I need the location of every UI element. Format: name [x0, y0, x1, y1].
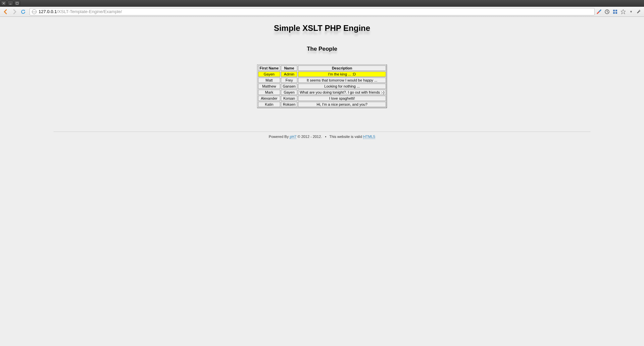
table-row: KatinRoksenHi, I'm a nice person, and yo…	[258, 102, 386, 107]
window-titlebar: Example to XSLT PHP Tem ×	[0, 0, 644, 7]
svg-rect-6	[615, 12, 617, 14]
svg-rect-4	[615, 10, 617, 11]
table-cell: What are you doing tonight?. I go out wi…	[298, 90, 386, 95]
ph7-link[interactable]: pH7	[290, 135, 296, 139]
table-row: AlexanderKorsanI love spaghetti!	[258, 96, 386, 101]
table-cell: Matthew	[258, 84, 281, 89]
table-row: GayenAdminI'm the king ... :D	[258, 71, 386, 77]
table-cell: It seems that tomorrow I would be happy …	[298, 78, 386, 83]
footer: Powered By pH7 © 2012 - 2012. • This web…	[0, 135, 644, 139]
window-maximize-button[interactable]	[14, 1, 20, 6]
address-bar[interactable]: 127.0.0.1/XSLT-Template-Engine/Example/	[30, 8, 595, 15]
table-cell: Gansen	[281, 84, 297, 89]
table-cell: Admin	[281, 71, 297, 77]
window-controls	[1, 1, 21, 6]
window-close-button[interactable]	[1, 1, 7, 6]
table-header-row: First Name Name Description	[258, 65, 386, 71]
extension-icon-2[interactable]	[604, 9, 610, 15]
svg-rect-0	[16, 2, 18, 4]
table-cell: Korsan	[281, 96, 297, 101]
copyright-text: © 2012 - 2012.	[296, 135, 322, 139]
svg-rect-3	[613, 10, 615, 11]
svg-rect-5	[613, 12, 615, 14]
header-firstname: First Name	[258, 65, 281, 71]
table-cell: I love spaghetti!	[298, 96, 386, 101]
browser-toolbar: 127.0.0.1/XSLT-Template-Engine/Example/ …	[0, 7, 644, 17]
people-table: First Name Name Description GayenAdminI'…	[257, 64, 387, 108]
back-button[interactable]	[2, 8, 9, 15]
page-subtitle: The People	[0, 46, 644, 52]
valid-label: This website is valid	[329, 135, 363, 139]
wrench-menu-icon[interactable]	[636, 9, 642, 15]
forward-button[interactable]	[11, 8, 18, 15]
table-row: MattFreyIt seems that tomorrow I would b…	[258, 78, 386, 83]
powered-by-label: Powered By	[269, 135, 290, 139]
table-cell: Matt	[258, 78, 281, 83]
table-cell: Alexander	[258, 96, 281, 101]
extension-icon-3[interactable]	[612, 9, 618, 15]
addressbar-dropdown-icon[interactable]: ▼	[628, 10, 634, 13]
table-cell: Frey	[281, 78, 297, 83]
extension-icon-1[interactable]	[596, 9, 602, 15]
toolbar-right: ▼	[596, 9, 642, 15]
footer-bullet: •	[325, 135, 326, 139]
table-cell: Gayen	[281, 90, 297, 95]
url-host: 127.0.0.1	[39, 9, 57, 14]
header-description: Description	[298, 65, 386, 71]
table-cell: I'm the king ... :D	[298, 71, 386, 77]
table-cell: Gayen	[258, 71, 281, 77]
table-row: MatthewGansenLooking for nothing ...	[258, 84, 386, 89]
footer-divider	[54, 132, 590, 132]
table-cell: Roksen	[281, 102, 297, 107]
table-cell: Hi, I'm a nice person, and you?	[298, 102, 386, 107]
window-minimize-button[interactable]	[7, 1, 13, 6]
table-cell: Looking for nothing ...	[298, 84, 386, 89]
reload-button[interactable]	[19, 8, 27, 15]
page-content: Simple XSLT PHP Engine The People First …	[0, 17, 644, 145]
header-name: Name	[281, 65, 297, 71]
table-cell: Katin	[258, 102, 281, 107]
table-cell: Mark	[258, 90, 281, 95]
page-title: Simple XSLT PHP Engine	[0, 23, 644, 33]
html5-link[interactable]: HTML5	[363, 135, 375, 139]
globe-icon	[32, 9, 37, 14]
table-row: MarkGayenWhat are you doing tonight?. I …	[258, 90, 386, 95]
bookmark-star-icon[interactable]	[620, 9, 626, 15]
url-path: /XSLT-Template-Engine/Example/	[57, 9, 122, 14]
